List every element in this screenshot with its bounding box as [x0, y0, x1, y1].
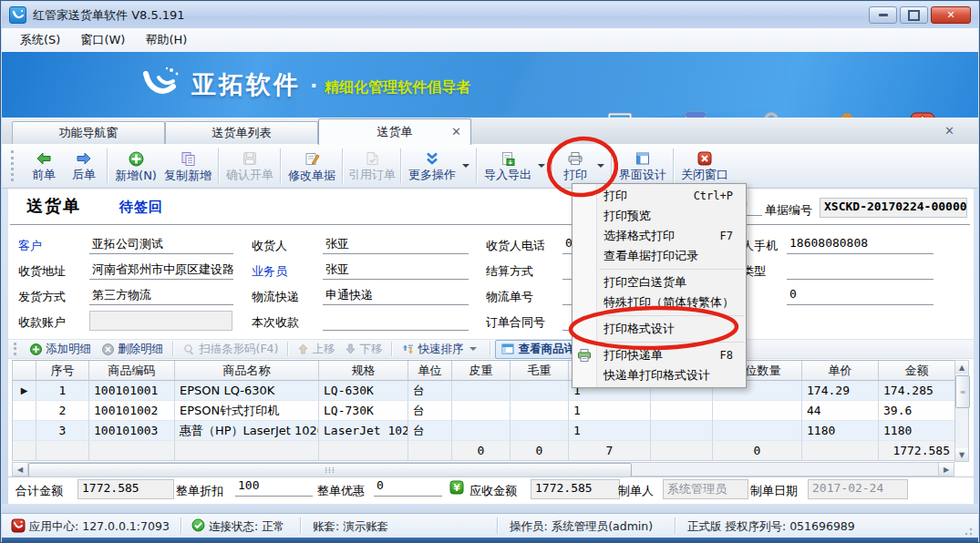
salesman-label[interactable]: 业务员	[252, 263, 287, 280]
receiver-field[interactable]: 张亚	[323, 236, 469, 254]
menu-item-print-express[interactable]: 打印快递单 F8	[573, 345, 746, 365]
vertical-scroll-thumb[interactable]: ≡	[955, 375, 970, 408]
modify-doc-button[interactable]: 修改单据	[284, 146, 339, 186]
table-cell[interactable]: 39.6	[879, 401, 955, 421]
table-cell[interactable]: 1	[569, 421, 651, 441]
table-cell[interactable]	[651, 421, 713, 441]
table-cell[interactable]: EPSON针式打印机	[175, 401, 319, 421]
import-export-button[interactable]: 导入导出	[480, 146, 549, 186]
table-cell[interactable]: 100101003	[89, 421, 175, 441]
table-cell[interactable]: LQ-730K	[319, 401, 408, 421]
close-button[interactable]: ✕	[931, 6, 971, 24]
customer-label[interactable]: 客户	[18, 238, 42, 254]
rebate-field[interactable]: 0	[374, 478, 442, 497]
salesman-field[interactable]: 张亚	[323, 261, 469, 280]
banner-exit-button[interactable]: 退出系统	[884, 109, 960, 118]
menu-window[interactable]: 窗口(W)	[71, 29, 134, 51]
menu-help[interactable]: 帮助(H)	[136, 29, 196, 51]
table-cell[interactable]	[452, 421, 511, 441]
table-cell[interactable]: 44	[802, 401, 879, 421]
menu-system[interactable]: 系统(S)	[11, 29, 69, 51]
table-cell[interactable]	[452, 401, 511, 421]
tab-delivery-order[interactable]: 送货单 ✕	[318, 118, 471, 145]
table-cell[interactable]: 台	[408, 381, 452, 401]
payment-field[interactable]	[323, 312, 469, 331]
scroll-up-icon[interactable]: ▲	[955, 361, 968, 374]
account-field[interactable]	[89, 311, 232, 331]
table-cell[interactable]: 1	[36, 381, 89, 401]
horizontal-scroll-thumb[interactable]: ⁞⁞⁞	[28, 463, 632, 477]
more-actions-button[interactable]: 更多操作	[405, 146, 473, 186]
quick-sort-button[interactable]: 快速排序	[397, 341, 486, 358]
table-vertical-scrollbar[interactable]: ▲ ≡ ▼	[954, 360, 969, 462]
tab-nav-window[interactable]: 功能导航窗	[12, 121, 165, 144]
customer-field[interactable]: 亚拓公司测试	[89, 236, 233, 254]
table-cell[interactable]: EPSON LQ-630K	[175, 381, 319, 401]
banner-delivery-list-button[interactable]: 送货单列表	[657, 109, 733, 118]
menu-item-special-print[interactable]: 特殊打印（简体转繁体）	[573, 292, 746, 312]
table-cell[interactable]: 台	[408, 401, 452, 421]
table-cell[interactable]: 100101002	[89, 401, 175, 421]
scroll-left-icon[interactable]: ◀	[13, 463, 28, 476]
table-cell[interactable]: 100101001	[89, 381, 175, 401]
tabstrip-close-button[interactable]: ✕	[944, 124, 954, 138]
table-cell[interactable]	[511, 421, 569, 441]
col-unit[interactable]: 单位	[408, 361, 452, 381]
prev-doc-button[interactable]: 前单	[24, 146, 64, 186]
menu-item-choose-format-print[interactable]: 选择格式打印 F7	[573, 226, 746, 246]
col-spec[interactable]: 规格	[319, 361, 408, 381]
minimize-button[interactable]	[869, 6, 897, 24]
menu-item-print[interactable]: 打印 Ctrl+P	[573, 186, 746, 206]
table-cell[interactable]	[511, 381, 569, 401]
table-cell[interactable]: 1	[569, 401, 651, 421]
table-cell[interactable]: 174.29	[802, 381, 879, 401]
table-cell[interactable]: 1180	[879, 421, 955, 441]
mobile-field[interactable]: 18608080808	[787, 236, 934, 254]
resize-grip[interactable]	[962, 525, 973, 536]
menu-item-print-blank[interactable]: 打印空白送货单	[573, 272, 746, 292]
close-window-button[interactable]: 关闭窗口	[677, 146, 732, 186]
menu-item-print-preview[interactable]: 打印预览	[573, 206, 746, 226]
table-cell[interactable]: LaserJet 1020	[319, 421, 408, 441]
address-field[interactable]: 河南省郑州市中原区建设路	[89, 261, 233, 280]
col-gross[interactable]: 毛重	[511, 361, 569, 381]
add-new-button[interactable]: 新增(N)	[111, 146, 160, 186]
print-button[interactable]: 打印	[556, 146, 608, 186]
discount-field[interactable]: 100	[235, 478, 313, 497]
table-cell[interactable]	[713, 421, 802, 441]
ui-design-button[interactable]: 界面设计	[615, 146, 670, 186]
col-name[interactable]: 商品名称	[175, 361, 319, 381]
maximize-button[interactable]	[900, 6, 928, 24]
table-cell[interactable]: 2	[36, 401, 89, 421]
table-cell[interactable]: 惠普（HP）LaserJet 1020	[175, 421, 319, 441]
menu-item-express-format-design[interactable]: 快递单打印格式设计	[573, 365, 746, 385]
toolbar-grip[interactable]	[11, 150, 16, 181]
col-code[interactable]: 商品编码	[89, 361, 175, 381]
table-cell[interactable]	[452, 381, 511, 401]
copy-add-button[interactable]: 复制新增	[160, 146, 215, 186]
scroll-right-icon[interactable]: ▶	[938, 463, 954, 476]
banner-switch-operator-button[interactable]: 更换操作员	[809, 109, 884, 118]
extra-field[interactable]: 0	[787, 287, 934, 305]
col-price[interactable]: 单价	[802, 361, 879, 381]
ship-method-field[interactable]: 第三方物流	[89, 287, 233, 305]
table-cell[interactable]: 3	[36, 421, 89, 441]
col-amount[interactable]: 金额	[879, 361, 955, 381]
detail-toolbar-grip[interactable]	[14, 343, 18, 355]
col-tare[interactable]: 皮重	[452, 361, 511, 381]
scroll-down-icon[interactable]: ▼	[955, 448, 968, 461]
delete-detail-button[interactable]: 删除明细	[97, 341, 169, 358]
table-cell[interactable]: LQ-630K	[319, 381, 408, 401]
table-cell[interactable]	[511, 401, 569, 421]
table-cell[interactable]	[713, 401, 802, 421]
col-seq[interactable]: 序号	[36, 361, 89, 381]
type-field[interactable]	[787, 261, 934, 280]
logistics-field[interactable]: 申通快递	[323, 287, 469, 305]
table-cell[interactable]: 台	[408, 421, 452, 441]
table-cell[interactable]: 1180	[802, 421, 879, 441]
menu-item-view-print-log[interactable]: 查看单据打印记录	[573, 246, 746, 266]
table-cell[interactable]: 174.285	[879, 381, 955, 401]
next-doc-button[interactable]: 后单	[64, 146, 104, 186]
table-horizontal-scrollbar[interactable]: ◀ ⁞⁞⁞ ▶	[12, 462, 954, 476]
tab-close-icon[interactable]: ✕	[451, 119, 461, 145]
